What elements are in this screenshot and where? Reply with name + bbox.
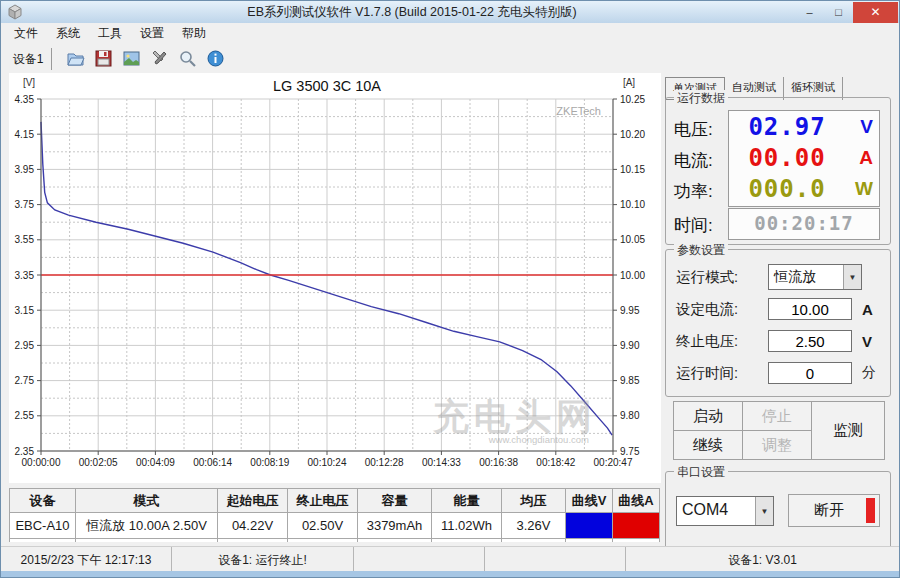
runtime-unit: 分 [862, 364, 876, 382]
power-label: 功率: [674, 180, 713, 203]
time-value: 00:20:17 [729, 212, 879, 234]
set-current-input[interactable] [768, 298, 852, 320]
current-label: 电流: [674, 149, 713, 172]
x-tick-label: 00:18:42 [536, 457, 575, 468]
start-button[interactable]: 启动 [673, 401, 743, 431]
menu-item-help[interactable]: 帮助 [173, 23, 215, 44]
chevron-down-icon[interactable]: ▼ [843, 265, 861, 289]
col-energy: 能量 [432, 489, 502, 513]
cutoff-voltage-input[interactable] [768, 330, 852, 352]
col-curve-a: 曲线A [613, 489, 660, 513]
left-axis-unit: [V] [23, 77, 35, 88]
x-tick-label: 00:16:38 [479, 457, 518, 468]
x-tick-label: 00:12:28 [365, 457, 404, 468]
right-tick-label: 9.95 [620, 305, 640, 316]
adjust-button[interactable]: 调整 [742, 430, 812, 460]
power-unit: W [845, 178, 879, 200]
left-tick-label: 3.75 [15, 199, 35, 210]
right-tick-label: 9.90 [620, 340, 640, 351]
x-tick-label: 00:00:00 [22, 457, 61, 468]
watermark-logo: 充电头网 [432, 396, 597, 437]
about-button[interactable] [203, 46, 227, 70]
current-value: 00.00 [729, 144, 845, 172]
window-controls: – □ ✕ [795, 2, 898, 23]
x-tick-label: 00:02:05 [79, 457, 118, 468]
chevron-down-icon[interactable]: ▼ [755, 497, 773, 525]
mode-select[interactable]: 恒流放 ▼ [768, 264, 862, 290]
monitor-button[interactable]: 监测 [811, 401, 885, 460]
right-tick-label: 9.85 [620, 375, 640, 386]
export-image-button[interactable] [119, 46, 143, 70]
right-tick-label: 10.15 [620, 164, 645, 175]
runtime-input[interactable] [768, 362, 852, 384]
right-tick-label: 9.80 [620, 410, 640, 421]
close-button[interactable]: ✕ [853, 2, 898, 23]
x-tick-label: 00:04:09 [136, 457, 175, 468]
status-clock: 2015/2/23 下午 12:17:13 [1, 547, 172, 573]
voltage-label: 电压: [674, 118, 713, 141]
cell-start-voltage: 04.22V [218, 513, 288, 539]
status-device-message: 设备1: 运行终止! [172, 547, 354, 573]
disconnect-button[interactable]: 断开 [788, 494, 880, 527]
save-icon [94, 49, 113, 68]
set-current-label: 设定电流: [676, 300, 768, 319]
x-tick-label: 00:08:19 [250, 457, 289, 468]
save-button[interactable] [91, 46, 115, 70]
maximize-button[interactable]: □ [824, 2, 853, 23]
col-capacity: 容量 [358, 489, 432, 513]
table-row-empty [10, 539, 660, 543]
minimize-button[interactable]: – [795, 2, 824, 23]
toolbar: 设备1 [1, 43, 899, 73]
zoom-button[interactable] [175, 46, 199, 70]
open-folder-button[interactable] [63, 46, 87, 70]
cutoff-voltage-unit: V [862, 333, 872, 350]
com-port-select[interactable]: COM4 ▼ [676, 496, 774, 526]
table-header-row: 设备 模式 起始电压 终止电压 容量 能量 均压 曲线V 曲线A [10, 489, 660, 513]
discharge-chart: 4.3510.254.1510.203.9510.153.7510.103.55… [9, 73, 661, 481]
cell-curve-a-swatch [613, 513, 660, 539]
device-tab[interactable]: 设备1 [5, 48, 52, 70]
stop-button[interactable]: 停止 [742, 401, 812, 431]
time-label: 时间: [674, 214, 713, 237]
image-icon [122, 49, 141, 68]
status-segment [485, 547, 626, 573]
cell-avg-voltage: 3.26V [502, 513, 566, 539]
info-icon [206, 49, 225, 68]
window-bottom-edge [1, 571, 899, 577]
menu-item-tools[interactable]: 工具 [89, 23, 131, 44]
time-display: 00:20:17 [728, 208, 880, 240]
menu-item-settings[interactable]: 设置 [131, 23, 173, 44]
left-tick-label: 2.75 [15, 375, 35, 386]
app-icon [7, 4, 23, 20]
right-tick-label: 10.05 [620, 234, 645, 245]
cell-curve-v-swatch [566, 513, 613, 539]
resume-button[interactable]: 继续 [673, 430, 743, 460]
disconnect-label: 断开 [814, 501, 854, 520]
table-row[interactable]: EBC-A10 恒流放 10.00A 2.50V 04.22V 02.50V 3… [10, 513, 660, 539]
right-tick-label: 10.00 [620, 270, 645, 281]
left-tick-label: 3.55 [15, 234, 35, 245]
params-legend: 参数设置 [674, 242, 728, 259]
meter-display: 02.97 V 00.00 A 000.0 W [728, 110, 880, 207]
app-window: EB系列测试仪软件 V1.7.8 (Build 2015-01-22 充电头特别… [0, 0, 900, 578]
run-data-legend: 运行数据 [674, 90, 728, 107]
cell-energy: 11.02Wh [432, 513, 502, 539]
titlebar: EB系列测试仪软件 V1.7.8 (Build 2015-01-22 充电头特别… [1, 1, 899, 24]
current-unit: A [845, 147, 879, 169]
menu-item-system[interactable]: 系统 [47, 23, 89, 44]
right-tick-label: 9.75 [620, 446, 640, 457]
power-value: 000.0 [729, 175, 845, 203]
left-tick-label: 2.55 [15, 410, 35, 421]
tools-button[interactable] [147, 46, 171, 70]
cell-device: EBC-A10 [10, 513, 76, 539]
left-tick-label: 4.35 [15, 94, 35, 105]
chart-title: LG 3500 3C 10A [273, 78, 381, 94]
right-tick-label: 10.10 [620, 199, 645, 210]
menu-item-file[interactable]: 文件 [5, 23, 47, 44]
params-group: 参数设置 运行模式: 恒流放 ▼ 设定电流: A 终止电压: V 运行时间: 分 [665, 249, 891, 397]
left-tick-label: 3.35 [15, 270, 35, 281]
results-table: 设备 模式 起始电压 终止电压 容量 能量 均压 曲线V 曲线A EBC-A10… [9, 488, 661, 542]
open-folder-icon [66, 49, 85, 68]
left-tick-label: 3.15 [15, 305, 35, 316]
col-start-voltage: 起始电压 [218, 489, 288, 513]
